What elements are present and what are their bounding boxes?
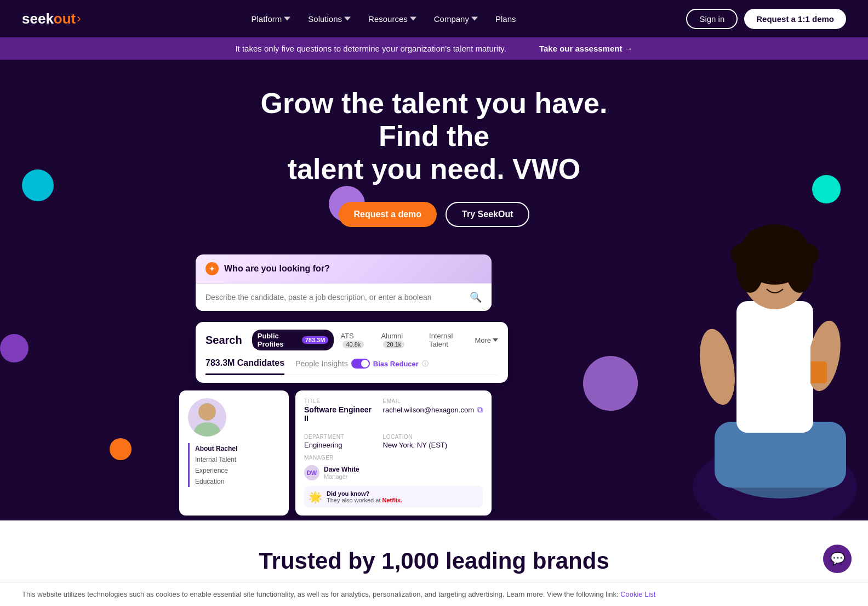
tab-public-profiles-label: Public Profiles <box>258 332 297 348</box>
svg-point-2 <box>199 404 215 420</box>
chat-icon: 💬 <box>830 552 845 566</box>
dyk-icon: 🌟 <box>309 490 322 503</box>
search-input-area: 🔍 <box>196 283 492 311</box>
location-value: New York, NY (EST) <box>383 441 483 449</box>
chevron-down-icon <box>471 15 478 22</box>
chevron-down-icon <box>344 15 351 22</box>
cookie-link[interactable]: Cookie List <box>620 590 655 591</box>
tab-internal-talent-label: Internal Talent <box>429 332 453 348</box>
tab-public-profiles[interactable]: Public Profiles 783.3M <box>252 330 334 350</box>
dept-value: Engineering <box>304 441 378 449</box>
bias-info-icon[interactable]: ⓘ <box>422 359 429 369</box>
banner-text: It takes only five questions to determin… <box>235 44 506 53</box>
search-label: Search <box>205 334 242 347</box>
trusted-title: Trusted by 1,000 leading brands <box>22 548 846 574</box>
profile-fields-grid: Title Software Engineer II Email rachel.… <box>304 398 483 455</box>
manager-name: Dave White <box>324 466 359 473</box>
dyk-text: Did you know? They also worked at Netfli… <box>327 490 402 503</box>
logo[interactable]: seekout › <box>22 10 81 27</box>
navigation: seekout › Platform Solutions Resources C… <box>0 0 868 37</box>
manager-role: Manager <box>324 473 359 480</box>
profile-cards-area: About Rachel Internal Talent Experience … <box>179 390 492 516</box>
profile-nav-experience[interactable]: Experience <box>195 465 280 476</box>
tab-ats-label: ATS <box>340 332 353 340</box>
dept-field: Department Engineering <box>304 434 378 449</box>
search-tabs-card: Search Public Profiles 783.3M ATS 40.8k … <box>196 322 508 383</box>
search-input[interactable] <box>205 293 464 302</box>
nav-links: Platform Solutions Resources Company Pla… <box>251 14 516 24</box>
hero-section: Grow the talent you have. Find the talen… <box>0 60 868 520</box>
cookie-text: This website utilizes technologies such … <box>22 590 619 591</box>
dept-label: Department <box>304 434 378 440</box>
ai-star-icon: ✦ <box>205 262 219 275</box>
manager-row: DW Dave White Manager <box>304 465 483 480</box>
bias-reducer-label: Bias Reducer <box>373 360 419 368</box>
nav-actions: Sign in Request a 1:1 demo <box>686 9 846 29</box>
nav-item-resources[interactable]: Resources <box>368 14 416 24</box>
demo-button[interactable]: Request a 1:1 demo <box>744 9 846 29</box>
svg-point-1 <box>194 422 220 437</box>
email-value: rachel.wilson@hexagon.com <box>383 406 474 414</box>
profile-right-card: Title Software Engineer II Email rachel.… <box>295 390 492 516</box>
email-row: rachel.wilson@hexagon.com ⧉ <box>383 405 483 415</box>
search-tabs-row: Search Public Profiles 783.3M ATS 40.8k … <box>205 330 498 350</box>
chevron-down-icon <box>410 15 416 22</box>
netflix-link[interactable]: Netflix. <box>382 497 403 503</box>
banner-cta[interactable]: Take our assessment → <box>539 44 633 53</box>
manager-info: Dave White Manager <box>324 466 359 480</box>
hero-buttons: Request a demo Try SeekOut <box>339 202 530 227</box>
cookie-banner: This website utilizes technologies such … <box>0 582 868 591</box>
email-label: Email <box>383 398 483 404</box>
title-field: Title Software Engineer II <box>304 398 378 423</box>
bias-reducer-toggle[interactable] <box>351 359 370 369</box>
tab-public-profiles-count: 783.3M <box>302 336 329 344</box>
trusted-section: Trusted by 1,000 leading brands <box>0 520 868 591</box>
logo-text: seekout <box>22 10 76 27</box>
nav-item-plans[interactable]: Plans <box>495 14 516 24</box>
search-header: ✦ Who are you looking for? <box>196 254 492 283</box>
chat-button[interactable]: 💬 <box>823 545 852 573</box>
hero-title: Grow the talent you have. Find the talen… <box>242 87 626 185</box>
nav-item-platform[interactable]: Platform <box>251 14 290 24</box>
nav-item-solutions[interactable]: Solutions <box>308 14 351 24</box>
profile-nav-list: About Rachel Internal Talent Experience … <box>188 443 280 487</box>
candidates-count: 783.3M Candidates <box>205 358 284 375</box>
more-chevron-icon <box>493 338 498 342</box>
profile-nav-education[interactable]: Education <box>195 476 280 487</box>
nav-item-company[interactable]: Company <box>434 14 478 24</box>
manager-avatar: DW <box>304 465 319 480</box>
tab-internal-talent[interactable]: Internal Talent <box>429 332 468 348</box>
chevron-down-icon <box>284 15 290 22</box>
profile-nav-internal[interactable]: Internal Talent <box>195 454 280 465</box>
search-header-text: Who are you looking for? <box>224 264 330 274</box>
hero-widgets: ✦ Who are you looking for? 🔍 Search Publ… <box>196 254 508 516</box>
announcement-banner: It takes only five questions to determin… <box>0 37 868 60</box>
search-widget: ✦ Who are you looking for? 🔍 <box>196 254 492 311</box>
request-demo-button[interactable]: Request a demo <box>339 202 437 227</box>
did-you-know-card: 🌟 Did you know? They also worked at Netf… <box>304 486 483 508</box>
location-label: Location <box>383 434 483 440</box>
email-field: Email rachel.wilson@hexagon.com ⧉ <box>383 398 483 423</box>
tab-alumni[interactable]: Alumni 20.1k <box>381 332 422 348</box>
tab-ats[interactable]: ATS 40.8k <box>340 332 374 348</box>
tab-ats-count: 40.8k <box>342 341 364 348</box>
copy-icon[interactable]: ⧉ <box>477 405 483 415</box>
tab-alumni-count: 20.1k <box>383 341 404 348</box>
profile-nav-about[interactable]: About Rachel <box>195 443 280 454</box>
tab-more[interactable]: More <box>475 336 498 344</box>
logo-arrow: › <box>77 12 81 26</box>
tab-alumni-label: Alumni <box>381 332 403 340</box>
title-value: Software Engineer II <box>304 405 378 423</box>
try-seekout-button[interactable]: Try SeekOut <box>446 202 529 227</box>
manager-label: Manager <box>304 455 483 461</box>
location-field: Location New York, NY (EST) <box>383 434 483 449</box>
profile-left-card: About Rachel Internal Talent Experience … <box>179 390 289 516</box>
title-label: Title <box>304 398 378 404</box>
candidates-row: 783.3M Candidates People Insights Bias R… <box>205 358 498 375</box>
profile-avatar <box>188 398 226 437</box>
signin-button[interactable]: Sign in <box>686 9 738 29</box>
bias-toggle-area: People Insights Bias Reducer ⓘ <box>295 359 429 369</box>
search-magnifier-icon: 🔍 <box>470 291 482 303</box>
manager-field: Manager DW Dave White Manager <box>304 455 483 480</box>
toggle-knob <box>361 360 369 367</box>
